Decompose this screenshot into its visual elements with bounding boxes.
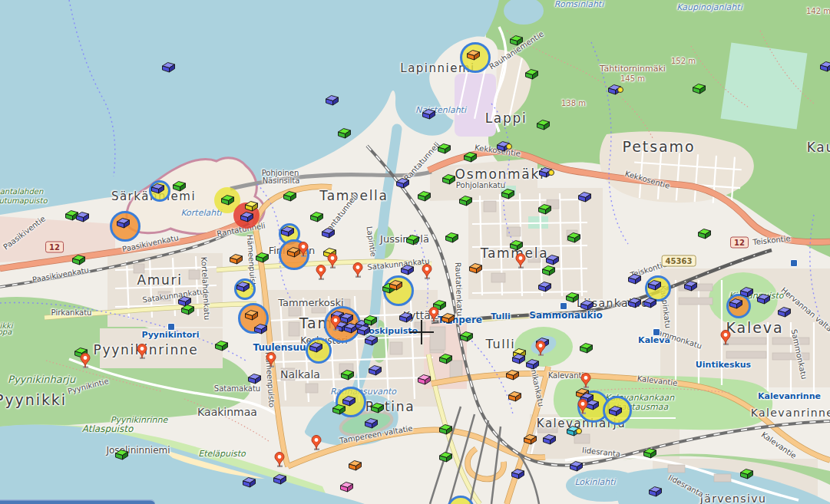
cache-box-marker[interactable]: [525, 358, 540, 370]
cache-box-marker[interactable]: [468, 262, 483, 274]
pin-marker[interactable]: [534, 340, 547, 357]
cache-box-marker[interactable]: [417, 190, 432, 202]
cache-box-marker[interactable]: [417, 374, 432, 385]
cache-box-marker[interactable]: [242, 476, 256, 488]
cache-box-marker[interactable]: [683, 280, 698, 292]
pin-marker[interactable]: [297, 241, 309, 258]
cache-box-marker[interactable]: [150, 183, 165, 194]
cache-box-marker[interactable]: [368, 364, 382, 376]
cache-box-marker[interactable]: [648, 486, 663, 497]
pin-marker[interactable]: [265, 351, 277, 368]
cache-box-marker[interactable]: [536, 119, 551, 130]
cache-box-marker[interactable]: [541, 265, 556, 276]
pin-marker[interactable]: [719, 329, 732, 346]
cache-box-marker[interactable]: [339, 481, 354, 492]
cache-box-marker[interactable]: [545, 254, 560, 265]
cache-box-marker[interactable]: [253, 323, 268, 334]
cache-box-marker[interactable]: [75, 211, 90, 222]
cache-box-marker[interactable]: [255, 252, 270, 263]
cache-box-marker[interactable]: [542, 433, 557, 445]
cache-box-marker[interactable]: [180, 304, 195, 315]
cache-box-marker[interactable]: [161, 61, 176, 73]
cache-box-marker[interactable]: [438, 451, 453, 463]
cache-box-marker[interactable]: [348, 460, 362, 471]
cache-box-marker[interactable]: [463, 151, 478, 163]
cache-box-marker[interactable]: [459, 331, 474, 342]
cache-box-marker[interactable]: [627, 273, 642, 285]
cache-box-marker[interactable]: [607, 84, 622, 95]
pin-marker[interactable]: [79, 352, 91, 369]
cache-box-marker[interactable]: [340, 369, 355, 380]
cache-box-marker[interactable]: [405, 234, 420, 245]
cache-box-marker[interactable]: [496, 140, 511, 152]
cache-box-marker[interactable]: [172, 180, 187, 192]
cache-box-marker[interactable]: [505, 369, 520, 380]
cache-box-marker[interactable]: [569, 460, 584, 472]
cache-box-marker[interactable]: [579, 342, 594, 354]
cache-box-marker[interactable]: [523, 433, 537, 445]
pin-marker[interactable]: [136, 343, 148, 360]
cache-box-marker[interactable]: [273, 473, 287, 485]
cache-box-marker[interactable]: [214, 340, 229, 351]
cache-box-marker[interactable]: [537, 281, 552, 292]
cache-box-marker[interactable]: [364, 334, 379, 346]
cache-box-marker[interactable]: [538, 166, 553, 178]
cache-box-marker[interactable]: [400, 264, 415, 275]
cache-box-marker[interactable]: [458, 195, 473, 206]
cache-box-marker[interactable]: [566, 425, 580, 436]
cache-box-marker[interactable]: [229, 253, 243, 265]
cache-box-marker[interactable]: [777, 306, 792, 318]
cache-box-marker[interactable]: [501, 188, 515, 199]
cache-box-marker[interactable]: [116, 217, 131, 229]
cache-box-marker[interactable]: [244, 200, 259, 212]
cache-box-marker[interactable]: [445, 232, 459, 243]
cache-box-marker[interactable]: [647, 279, 662, 291]
cache-box-marker[interactable]: [244, 309, 259, 321]
bottom-panel-edge[interactable]: [0, 499, 155, 504]
cache-box-marker[interactable]: [437, 143, 451, 154]
cache-box-marker[interactable]: [280, 226, 295, 237]
cache-box-marker[interactable]: [524, 68, 539, 80]
highlight-ring[interactable]: [447, 496, 475, 504]
pin-marker[interactable]: [315, 264, 327, 281]
cache-box-marker[interactable]: [389, 279, 403, 291]
cache-box-marker[interactable]: [247, 373, 262, 384]
cache-box-marker[interactable]: [511, 468, 525, 479]
cache-box-marker[interactable]: [729, 298, 743, 309]
pin-marker[interactable]: [310, 434, 322, 451]
pin-marker[interactable]: [421, 263, 433, 280]
cache-box-marker[interactable]: [756, 293, 771, 305]
cache-box-marker[interactable]: [395, 177, 410, 189]
cache-box-marker[interactable]: [236, 281, 250, 292]
pin-marker[interactable]: [577, 398, 589, 415]
cache-box-marker[interactable]: [332, 404, 346, 415]
cache-box-marker[interactable]: [577, 191, 592, 203]
cache-box-marker[interactable]: [697, 228, 712, 239]
cache-box-marker[interactable]: [565, 292, 580, 303]
cache-box-marker[interactable]: [422, 108, 436, 120]
cache-box-marker[interactable]: [321, 227, 336, 239]
cache-box-marker[interactable]: [692, 83, 706, 94]
pin-marker[interactable]: [329, 315, 342, 331]
cache-box-marker[interactable]: [509, 35, 524, 46]
cache-box-marker[interactable]: [337, 127, 352, 139]
cache-box-marker[interactable]: [283, 190, 297, 202]
cache-box-marker[interactable]: [240, 211, 254, 222]
cache-box-marker[interactable]: [739, 286, 754, 298]
cache-box-marker[interactable]: [580, 299, 594, 311]
cache-box-marker[interactable]: [441, 173, 456, 185]
cache-box-marker[interactable]: [511, 353, 526, 364]
cache-box-marker[interactable]: [364, 417, 379, 429]
map-viewport[interactable]: LapinniemiLappiPetsamoOsmonmäkiTammelaTa…: [0, 0, 830, 504]
pin-marker[interactable]: [514, 252, 527, 269]
cache-box-marker[interactable]: [509, 239, 524, 251]
pin-marker[interactable]: [352, 262, 364, 278]
cache-box-marker[interactable]: [643, 297, 657, 308]
pin-marker[interactable]: [273, 451, 286, 468]
cache-box-marker[interactable]: [819, 61, 830, 72]
cache-box-marker[interactable]: [508, 390, 522, 402]
cache-box-marker[interactable]: [438, 353, 453, 364]
cache-box-marker[interactable]: [309, 341, 323, 353]
cache-box-marker[interactable]: [466, 49, 481, 61]
cache-box-marker[interactable]: [114, 449, 129, 460]
